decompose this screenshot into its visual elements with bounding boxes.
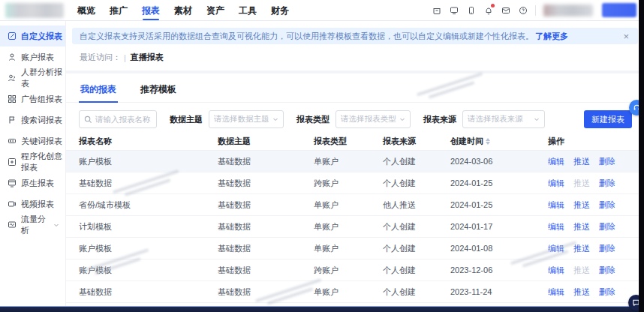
cell-report-source: 个人创建 — [383, 243, 450, 254]
edit-link[interactable]: 编辑 — [548, 265, 564, 276]
top-navigation-bar: 概览 推广 报表 素材 资产 工具 财务 — [0, 0, 644, 21]
info-banner: 自定义报表支持灵活采用的数据组合查询及可视化能力，可以使用推荐模板查看数据，也可… — [72, 28, 638, 44]
native-report-icon — [8, 178, 17, 188]
col-report-name: 报表名称 — [79, 136, 218, 147]
cell-data-theme: 基础数据 — [218, 156, 314, 167]
sidebar-item-video-report[interactable]: 视频报表 — [0, 194, 65, 214]
nav-item-tools[interactable]: 工具 — [237, 1, 258, 20]
table-row: 基础数据 基础数据 单账户 个人创建 2023-11-24 编辑 推送 删除 — [66, 281, 644, 303]
delete-link[interactable]: 删除 — [599, 243, 615, 254]
cell-report-type: 单账户 — [314, 221, 383, 232]
sidebar-item-audience-analysis-report[interactable]: 人群分析报表 — [0, 68, 65, 88]
sidebar-item-native-report[interactable]: 原生报表 — [0, 172, 65, 194]
delete-link[interactable]: 删除 — [599, 200, 615, 211]
edit-link[interactable]: 编辑 — [548, 178, 564, 189]
sidebar-item-account-report[interactable]: 账户报表 — [0, 46, 65, 68]
recent-visit-row: 最近访问： | 直播报表 — [80, 52, 638, 63]
sort-icon[interactable] — [486, 138, 490, 145]
push-link[interactable]: 推送 — [573, 243, 590, 254]
push-link[interactable]: 推送 — [573, 265, 590, 276]
monitor-icon[interactable] — [449, 5, 459, 15]
video-report-icon — [8, 200, 17, 208]
search-input[interactable] — [95, 115, 152, 124]
cell-report-name: 省份/城市模板 — [79, 200, 218, 211]
col-data-theme: 数据主题 — [218, 136, 314, 147]
delete-link[interactable]: 删除 — [599, 178, 615, 189]
edit-link[interactable]: 编辑 — [548, 243, 564, 254]
data-theme-select[interactable]: 请选择数据主题 — [209, 110, 284, 128]
tab-recommended-templates[interactable]: 推荐模板 — [139, 80, 178, 102]
cell-data-theme: 基础数据 — [218, 286, 314, 298]
banner-close-icon[interactable]: × — [621, 32, 630, 41]
table-row: 计划模板 基础数据 单账户 个人创建 2024-01-17 编辑 推送 删除 — [66, 216, 644, 238]
sidebar-item-ad-group-report[interactable]: 广告组报表 — [0, 88, 65, 110]
recent-visit-report-link[interactable]: 直播报表 — [131, 52, 164, 63]
tab-my-reports[interactable]: 我的报表 — [79, 80, 118, 102]
primary-nav: 概览 推广 报表 素材 资产 工具 财务 — [76, 1, 290, 20]
new-report-button[interactable]: 新建报表 — [584, 110, 632, 128]
account-report-icon — [8, 52, 17, 62]
app-window: 概览 推广 报表 素材 资产 工具 财务 — [0, 0, 644, 312]
banner-text: 自定义报表支持灵活采用的数据组合查询及可视化能力，可以使用推荐模板查看数据，也可… — [80, 31, 534, 42]
sidebar-item-label: 原生报表 — [21, 178, 54, 189]
delete-link[interactable]: 删除 — [599, 221, 615, 232]
topbar-right-cluster — [432, 3, 636, 17]
ad-group-report-icon — [8, 94, 17, 104]
nav-item-finance[interactable]: 财务 — [269, 1, 290, 20]
notification-bell-icon[interactable] — [483, 5, 493, 15]
keyword-report-icon — [8, 136, 17, 146]
main-content: 自定义报表支持灵活采用的数据组合查询及可视化能力，可以使用推荐模板查看数据，也可… — [66, 21, 644, 312]
edit-link[interactable]: 编辑 — [548, 286, 564, 298]
cell-report-name: 计划模板 — [79, 221, 218, 232]
report-type-placeholder: 请选择报表类型 — [341, 114, 396, 124]
traffic-analysis-icon — [8, 220, 17, 230]
learn-more-link[interactable]: 了解更多 — [535, 31, 568, 42]
nav-item-overview[interactable]: 概览 — [76, 1, 97, 20]
push-link[interactable]: 推送 — [573, 156, 590, 167]
sidebar-item-keyword-report[interactable]: 关键词报表 — [0, 130, 65, 152]
report-name-search[interactable] — [79, 110, 157, 128]
cell-report-source: 个人创建 — [383, 156, 450, 167]
push-link[interactable]: 推送 — [573, 200, 590, 211]
report-source-placeholder: 请选择报表来源 — [468, 114, 531, 124]
mobile-icon[interactable] — [466, 5, 476, 15]
message-icon[interactable] — [501, 5, 510, 15]
push-link[interactable]: 推送 — [573, 221, 590, 232]
table-row: 账户模板 基础数据 单账户 个人创建 2024-03-06 编辑 推送 删除 — [66, 151, 644, 172]
table-row: 账户模板 基础数据 跨账户 个人创建 2023-12-06 编辑 推送 删除 — [66, 260, 644, 281]
brand-logo-redacted — [5, 3, 64, 18]
report-source-select[interactable]: 请选择报表来源 — [462, 110, 545, 128]
report-type-label: 报表类型 — [296, 114, 330, 125]
delete-link[interactable]: 删除 — [599, 286, 615, 298]
push-link[interactable]: 推送 — [573, 178, 590, 189]
delete-link[interactable]: 删除 — [599, 156, 615, 167]
nav-item-materials[interactable]: 素材 — [173, 1, 194, 20]
cell-report-source: 个人创建 — [383, 178, 450, 189]
archive-icon[interactable] — [432, 5, 441, 15]
sidebar-item-search-term-report[interactable]: 搜索词报表 — [0, 110, 65, 130]
sidebar-item-label: 关键词报表 — [21, 136, 62, 147]
sidebar-item-label: 自定义报表 — [21, 31, 62, 42]
account-name-redacted[interactable] — [543, 4, 593, 16]
cell-report-name: 基础数据 — [79, 178, 218, 189]
push-link[interactable]: 推送 — [573, 286, 590, 298]
topbar-divider — [535, 5, 536, 16]
nav-item-reports[interactable]: 报表 — [140, 1, 161, 20]
col-report-type: 报表类型 — [314, 136, 383, 147]
sidebar-item-custom-report[interactable]: 自定义报表 — [0, 26, 65, 46]
col-actions: 操作 — [548, 136, 644, 147]
nav-item-promotion[interactable]: 推广 — [108, 1, 129, 20]
topbar-action-button-redacted[interactable] — [602, 3, 636, 17]
edit-link[interactable]: 编辑 — [548, 200, 564, 211]
cell-created-time: 2024-01-17 — [450, 222, 548, 231]
nav-item-assets[interactable]: 资产 — [205, 1, 226, 20]
sidebar-item-traffic-analysis[interactable]: 流量分析 — [0, 214, 65, 236]
edit-link[interactable]: 编辑 — [548, 156, 564, 167]
report-type-select[interactable]: 请选择报表类型 — [336, 110, 411, 128]
edit-link[interactable]: 编辑 — [548, 221, 564, 232]
help-icon[interactable] — [518, 5, 528, 15]
sidebar-item-programmatic-creative-report[interactable]: 程序化创意报表 — [0, 152, 65, 172]
cell-data-theme: 基础数据 — [218, 200, 314, 211]
audience-analysis-report-icon — [8, 74, 17, 82]
delete-link[interactable]: 删除 — [599, 265, 615, 276]
